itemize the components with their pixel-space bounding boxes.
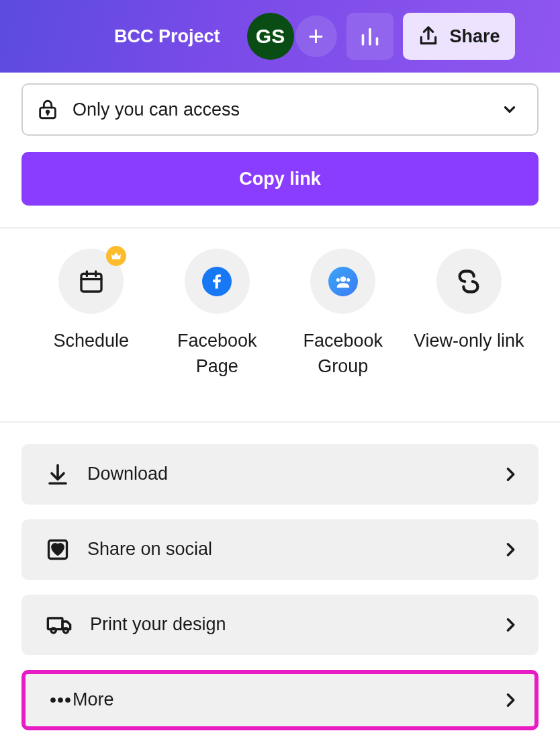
svg-point-21 — [65, 697, 71, 703]
facebook-group-icon — [328, 267, 358, 296]
link-icon — [453, 266, 484, 297]
chevron-right-icon — [501, 465, 520, 484]
svg-point-11 — [336, 278, 340, 282]
action-more[interactable]: More — [21, 670, 539, 730]
project-title: BCC Project — [114, 26, 220, 47]
action-label: Share on social — [87, 539, 501, 560]
access-text: Only you can access — [73, 99, 501, 120]
share-option-label: Facebook Group — [280, 329, 406, 380]
add-collaborator-button[interactable]: + — [295, 15, 337, 57]
svg-point-17 — [51, 628, 56, 632]
action-download[interactable]: Download — [21, 444, 539, 505]
share-options-grid: Schedule Facebook Page — [21, 228, 539, 400]
action-list: Download Share on social Print your desi… — [0, 423, 560, 730]
calendar-icon — [78, 268, 105, 295]
share-option-facebook-group[interactable]: Facebook Group — [280, 249, 406, 380]
svg-point-18 — [63, 628, 68, 632]
truck-icon — [46, 611, 73, 638]
action-label: More — [73, 689, 501, 710]
share-upload-icon — [418, 26, 439, 47]
share-option-schedule[interactable]: Schedule — [28, 249, 154, 380]
app-header: BCC Project GS + Share — [0, 0, 560, 73]
share-button[interactable]: Share — [403, 13, 515, 60]
premium-crown-badge — [106, 246, 126, 266]
access-dropdown[interactable]: Only you can access — [21, 83, 539, 136]
avatar[interactable]: GS — [247, 13, 294, 60]
svg-point-12 — [346, 278, 350, 282]
share-option-facebook-page[interactable]: Facebook Page — [154, 249, 281, 380]
chevron-right-icon — [501, 691, 520, 710]
facebook-icon — [202, 267, 232, 296]
svg-point-19 — [50, 697, 56, 703]
chevron-right-icon — [501, 615, 520, 634]
svg-point-20 — [58, 697, 63, 703]
download-icon — [46, 462, 70, 486]
svg-rect-6 — [81, 273, 101, 292]
analytics-button[interactable] — [346, 13, 393, 60]
share-option-view-only-link[interactable]: View-only link — [406, 249, 532, 380]
action-share-social[interactable]: Share on social — [21, 519, 539, 580]
more-dots-icon — [46, 685, 75, 715]
action-label: Print your design — [90, 614, 501, 635]
chart-icon — [358, 24, 382, 48]
share-button-label: Share — [450, 26, 500, 47]
action-print-design[interactable]: Print your design — [21, 595, 539, 655]
share-option-label: Schedule — [53, 329, 129, 354]
share-option-label: View-only link — [414, 329, 524, 354]
copy-link-button[interactable]: Copy link — [21, 152, 539, 206]
chevron-right-icon — [501, 540, 520, 559]
plus-icon: + — [308, 22, 324, 52]
action-label: Download — [87, 464, 501, 484]
svg-point-10 — [340, 276, 346, 282]
share-option-label: Facebook Page — [154, 329, 281, 380]
copy-link-label: Copy link — [239, 169, 321, 189]
heart-square-icon — [46, 538, 70, 562]
chevron-down-icon — [501, 101, 518, 118]
lock-icon — [36, 98, 59, 121]
